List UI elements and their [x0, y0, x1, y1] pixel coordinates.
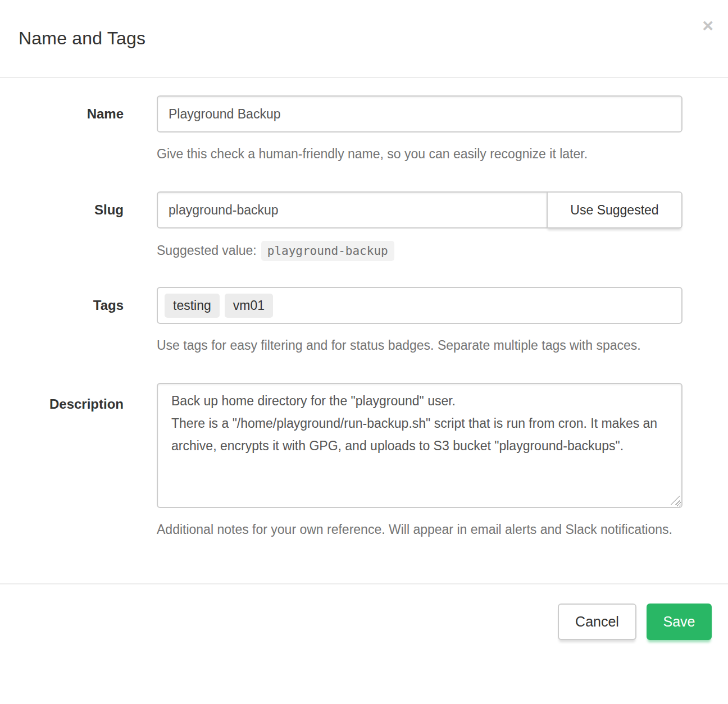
slug-input[interactable]: [157, 191, 548, 228]
modal-header: Name and Tags ×: [0, 0, 728, 78]
slug-label: Slug: [0, 191, 124, 263]
name-and-tags-modal: Name and Tags × Name Give this check a h…: [0, 0, 728, 640]
slug-control: Use Suggested Suggested value:playground…: [157, 191, 683, 263]
tags-form-group: Tags testing vm01 Use tags for easy filt…: [0, 287, 728, 356]
suggested-value-line: Suggested value:playground-backup: [157, 238, 683, 263]
tags-control: testing vm01 Use tags for easy filtering…: [157, 287, 683, 356]
slug-input-group: Use Suggested: [157, 191, 683, 228]
name-form-group: Name Give this check a human-friendly na…: [0, 95, 728, 165]
description-textarea-wrap: Back up home directory for the "playgrou…: [157, 383, 683, 508]
save-button[interactable]: Save: [647, 604, 712, 640]
close-icon[interactable]: ×: [702, 16, 713, 35]
tags-help-text: Use tags for easy filtering and for stat…: [157, 334, 683, 356]
description-label: Description: [0, 383, 124, 541]
tag-chip[interactable]: testing: [165, 294, 220, 318]
slug-form-group: Slug Use Suggested Suggested value:playg…: [0, 191, 728, 263]
suggested-value-code: playground-backup: [261, 241, 394, 261]
name-label: Name: [0, 95, 124, 165]
suggested-value-prefix: Suggested value:: [157, 243, 257, 258]
modal-body: Name Give this check a human-friendly na…: [0, 78, 728, 541]
name-help-text: Give this check a human-friendly name, s…: [157, 143, 683, 165]
cancel-button[interactable]: Cancel: [558, 604, 636, 640]
tags-label: Tags: [0, 287, 124, 356]
description-help-text: Additional notes for your own reference.…: [157, 518, 683, 541]
description-form-group: Description Back up home directory for t…: [0, 383, 728, 541]
modal-footer: Cancel Save: [0, 583, 728, 640]
name-input[interactable]: [157, 95, 683, 132]
use-suggested-button[interactable]: Use Suggested: [547, 191, 683, 228]
name-control: Give this check a human-friendly name, s…: [157, 95, 683, 165]
modal-title: Name and Tags: [19, 28, 145, 49]
tags-input[interactable]: testing vm01: [157, 287, 683, 324]
description-textarea[interactable]: Back up home directory for the "playgrou…: [157, 383, 683, 508]
tag-chip[interactable]: vm01: [225, 294, 273, 318]
description-control: Back up home directory for the "playgrou…: [157, 383, 683, 541]
